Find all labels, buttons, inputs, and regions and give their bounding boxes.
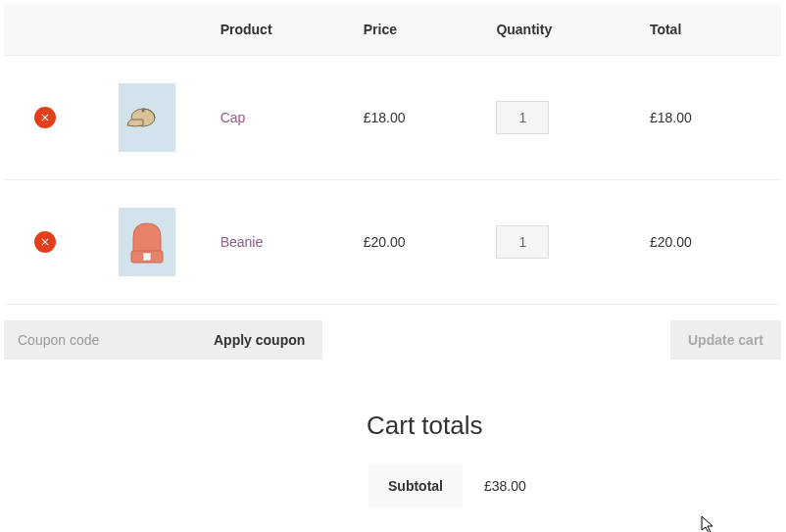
svg-rect-3 (143, 253, 151, 261)
subtotal-value: £38.00 (465, 464, 546, 508)
remove-item-button[interactable] (34, 231, 56, 253)
product-thumbnail[interactable] (119, 83, 175, 152)
header-quantity: Quantity (484, 4, 638, 56)
item-total: £20.00 (650, 234, 692, 250)
header-total: Total (638, 4, 781, 56)
item-total: £18.00 (650, 110, 692, 125)
cap-icon (125, 96, 169, 139)
subtotal-label: Subtotal (368, 464, 463, 508)
header-price: Price (352, 4, 485, 56)
product-link[interactable]: Cap (221, 110, 246, 125)
cursor-icon (701, 515, 716, 532)
table-row: Beanie £20.00 £20.00 (4, 180, 781, 305)
quantity-stepper[interactable] (496, 225, 549, 259)
item-price: £18.00 (364, 110, 406, 125)
product-link[interactable]: Beanie (221, 234, 264, 250)
close-icon (39, 236, 51, 248)
close-icon (39, 112, 51, 123)
cart-totals: Cart totals Subtotal £38.00 (4, 411, 781, 509)
product-thumbnail[interactable] (119, 208, 175, 276)
cart-table: Product Price Quantity Total (4, 4, 781, 375)
cart-actions-row: Apply coupon Update cart (4, 305, 781, 376)
beanie-icon (125, 216, 169, 268)
cart-totals-title: Cart totals (367, 411, 781, 441)
item-price: £20.00 (364, 234, 406, 250)
update-cart-button[interactable]: Update cart (670, 320, 781, 360)
apply-coupon-button[interactable]: Apply coupon (196, 320, 322, 360)
svg-point-1 (142, 110, 145, 113)
header-product: Product (209, 4, 352, 56)
coupon-input[interactable] (4, 320, 196, 360)
quantity-stepper[interactable] (496, 101, 549, 134)
table-row: Cap £18.00 £18.00 (4, 56, 781, 180)
remove-item-button[interactable] (34, 107, 56, 128)
